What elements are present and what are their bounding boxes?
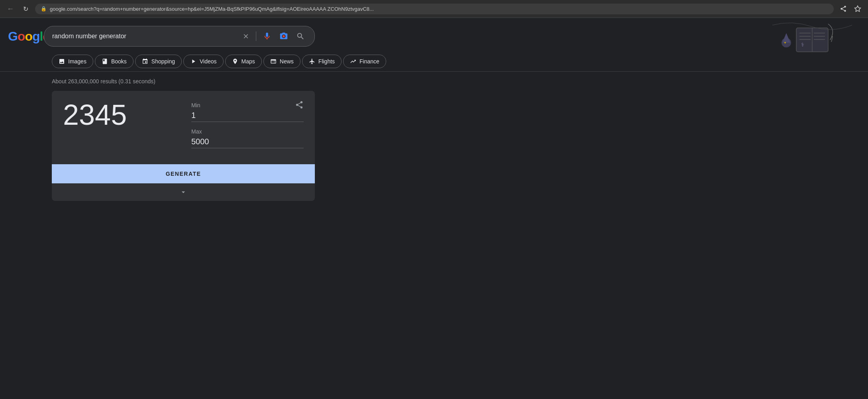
rng-max-label: Max <box>191 128 304 135</box>
browser-back-button[interactable]: ← <box>5 3 16 14</box>
rng-generated-number: 2345 <box>63 100 175 129</box>
search-input[interactable] <box>52 33 236 40</box>
rng-min-input[interactable] <box>191 111 304 120</box>
flights-icon <box>309 58 315 65</box>
news-icon <box>270 58 277 65</box>
image-search-button[interactable] <box>278 30 290 42</box>
logo-letter-o1: o <box>18 29 25 43</box>
images-icon <box>59 58 65 65</box>
tab-shopping[interactable]: Shopping <box>135 55 182 68</box>
rng-body: 2345 Min Max <box>52 91 315 164</box>
url-text: google.com/search?q=random+number+genera… <box>50 6 828 12</box>
voice-search-button[interactable] <box>261 30 273 42</box>
share-icon <box>840 5 847 12</box>
tab-images[interactable]: Images <box>52 55 93 68</box>
tab-books-label: Books <box>111 58 127 65</box>
shopping-icon <box>142 58 148 65</box>
videos-icon <box>190 58 196 65</box>
rng-expand-button[interactable] <box>52 183 315 201</box>
logo-letter-o2: o <box>25 29 32 43</box>
rng-controls: Min Max <box>191 100 304 155</box>
logo-letter-g: G <box>8 29 18 43</box>
tab-flights[interactable]: Flights <box>302 55 342 68</box>
lock-icon: 🔒 <box>41 6 47 12</box>
search-bar-icons <box>241 30 306 42</box>
search-header: Google <box>0 18 868 51</box>
browser-chrome: ← ↻ 🔒 google.com/search?q=random+number+… <box>0 0 868 18</box>
tab-finance-label: Finance <box>359 58 379 65</box>
results-count: About 263,000,000 results (0.31 seconds) <box>52 78 860 85</box>
tab-news-label: News <box>280 58 294 65</box>
svg-marker-0 <box>855 6 861 12</box>
tab-flights-label: Flights <box>318 58 335 65</box>
rng-share-button[interactable] <box>295 100 304 111</box>
bookmark-button[interactable] <box>852 3 863 14</box>
rng-generate-button[interactable]: GENERATE <box>52 164 315 183</box>
share-page-button[interactable] <box>838 3 849 14</box>
microphone-icon <box>263 32 271 41</box>
clear-search-button[interactable] <box>241 31 251 41</box>
rng-min-label: Min <box>191 102 304 108</box>
tab-maps-label: Maps <box>242 58 255 65</box>
chevron-down-icon <box>179 188 187 196</box>
rng-min-underline <box>191 122 304 122</box>
tab-books[interactable]: Books <box>95 55 134 68</box>
google-logo: Google <box>8 29 36 44</box>
x-icon <box>242 33 249 40</box>
maps-icon <box>232 58 238 65</box>
rng-widget: 2345 Min Max <box>52 91 315 201</box>
camera-icon <box>279 32 288 41</box>
tab-news[interactable]: News <box>263 55 300 68</box>
share-icon <box>295 100 304 109</box>
rng-number-display: 2345 <box>63 100 175 129</box>
search-submit-button[interactable] <box>295 30 306 42</box>
rng-max-input[interactable] <box>191 137 304 146</box>
browser-actions <box>838 3 863 14</box>
address-bar[interactable]: 🔒 google.com/search?q=random+number+gene… <box>35 4 834 14</box>
search-icon <box>296 32 305 41</box>
finance-icon <box>350 58 356 65</box>
tab-maps[interactable]: Maps <box>225 55 262 68</box>
results-area: About 263,000,000 results (0.31 seconds)… <box>0 72 868 209</box>
search-nav-tabs: Images Books Shopping Videos Maps <box>0 51 868 72</box>
tab-images-label: Images <box>68 58 86 65</box>
books-icon <box>102 58 108 65</box>
search-bar[interactable] <box>44 26 315 47</box>
tab-videos[interactable]: Videos <box>183 55 224 68</box>
star-icon <box>854 5 861 12</box>
logo-letter-g2: g <box>32 29 40 43</box>
search-bar-divider <box>256 31 256 41</box>
tab-shopping-label: Shopping <box>151 58 175 65</box>
search-page: ⚕ Google <box>0 18 868 398</box>
tab-videos-label: Videos <box>200 58 217 65</box>
browser-reload-button[interactable]: ↻ <box>20 3 31 14</box>
tab-finance[interactable]: Finance <box>343 55 386 68</box>
rng-max-underline <box>191 148 304 148</box>
